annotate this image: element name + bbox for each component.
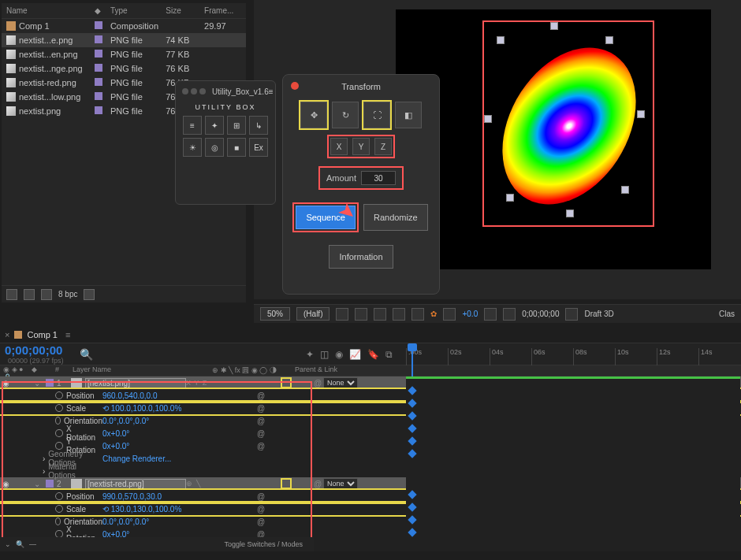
parent-col[interactable]: Parent & Link	[290, 365, 377, 376]
timeline-ruler[interactable]: :00s 02s 04s 06s 08s 10s 12s 14s	[406, 348, 740, 365]
3d-switch-icon[interactable]	[281, 377, 292, 388]
stopwatch-icon[interactable]	[55, 505, 63, 513]
interpret-icon[interactable]	[6, 289, 17, 300]
parent-dropdown[interactable]: None	[323, 377, 358, 388]
pickwhip-icon[interactable]: @	[257, 429, 265, 438]
close-tab-icon[interactable]: ×	[5, 330, 9, 339]
search-icon[interactable]: 🔍	[80, 348, 93, 361]
color-icon[interactable]: ✿	[430, 310, 437, 318]
label-color-icon[interactable]	[95, 92, 102, 100]
property-value[interactable]: 0.0°,0.0°,0.0°	[102, 517, 229, 526]
channel-icon[interactable]	[503, 308, 516, 321]
axis-z-button[interactable]: Z	[374, 138, 392, 155]
keyframe-icon[interactable]	[408, 399, 416, 407]
axis-y-button[interactable]: Y	[352, 138, 370, 155]
motion-blur-icon[interactable]: ◉	[335, 349, 343, 360]
keyframe-icon[interactable]	[408, 386, 416, 395]
pickwhip-icon[interactable]: @	[257, 505, 265, 514]
col-name[interactable]: Name	[6, 6, 95, 15]
transform-handle[interactable]	[566, 210, 574, 217]
label-color-icon[interactable]	[95, 106, 102, 114]
pickwhip-icon[interactable]: @	[257, 391, 265, 400]
parent-dropdown[interactable]: None	[323, 478, 358, 489]
shy-icon[interactable]: ✦	[306, 349, 314, 360]
keyframe-icon[interactable]	[408, 436, 416, 445]
timeline-tab-name[interactable]: Comp 1	[27, 330, 58, 339]
ub-anchor-icon[interactable]: ✦	[205, 116, 224, 135]
timeline-track-area[interactable]	[406, 376, 740, 543]
label-color-icon[interactable]	[95, 35, 102, 43]
visibility-toggle-icon[interactable]: ◉	[0, 379, 11, 388]
keyframe-icon[interactable]	[408, 528, 416, 536]
pickwhip-icon[interactable]: @	[314, 379, 323, 388]
ub-ex-icon[interactable]: Ex	[249, 138, 268, 157]
preview-timecode[interactable]: 0;00;00;00	[522, 310, 559, 318]
stopwatch-icon[interactable]	[55, 492, 63, 500]
ub-camera-icon[interactable]: ■	[227, 138, 246, 157]
label-color-icon[interactable]	[46, 480, 54, 488]
reset-exposure-icon[interactable]	[443, 308, 456, 321]
bpc-label[interactable]: 8 bpc	[58, 290, 77, 299]
utility-box-panel[interactable]: Utility_Box_v1.6 ≡ UTILITY BOX ≡ ✦ ⊞ ↳ ☀…	[175, 80, 276, 205]
current-timecode[interactable]: 0;00;00;00	[5, 343, 64, 357]
tag-icon[interactable]: 🔖	[367, 349, 379, 360]
new-comp-icon[interactable]	[41, 289, 52, 300]
work-area-bar[interactable]	[406, 376, 740, 379]
transform-handle[interactable]	[550, 22, 558, 30]
zoom-in-icon[interactable]: 🔍	[16, 540, 24, 548]
utility-box-titlebar[interactable]: Utility_Box_v1.6 ≡	[179, 84, 272, 98]
switches-col[interactable]: ⊕ ✱ ╲ fx 圓 ◉ ◯ ◑	[199, 365, 290, 376]
frame-blend-icon[interactable]: ◫	[320, 349, 329, 360]
stopwatch-icon[interactable]	[55, 429, 63, 437]
panel-menu-icon[interactable]: ≡	[269, 87, 274, 96]
ub-sun-icon[interactable]: ☀	[183, 138, 202, 157]
layername-col[interactable]: Layer Name	[73, 365, 199, 376]
col-type[interactable]: Type	[110, 6, 166, 15]
property-value[interactable]: 0x+0.0°	[102, 429, 229, 438]
transform-handle[interactable]	[484, 115, 492, 123]
keyframe-icon[interactable]	[408, 411, 416, 420]
ub-target-icon[interactable]: ◎	[205, 138, 224, 157]
pickwhip-icon[interactable]: @	[257, 517, 265, 526]
snapshot-icon[interactable]	[484, 308, 497, 321]
twirl-icon[interactable]: ›	[43, 454, 45, 463]
twirl-icon[interactable]: ⌄	[32, 379, 43, 388]
property-value[interactable]: 0x+0.0°	[102, 442, 229, 451]
transform-handle[interactable]	[497, 36, 505, 44]
property-value[interactable]: ⟲ 130.0,130.0,100.0%	[102, 505, 229, 514]
trash-icon[interactable]	[84, 289, 95, 300]
label-color-icon[interactable]	[95, 50, 102, 57]
window-traffic-lights[interactable]	[182, 88, 206, 95]
layer-switches[interactable]: ⊕ ╲	[186, 480, 277, 488]
keyframe-icon[interactable]	[408, 449, 416, 458]
rotation-mode-icon[interactable]: ↻	[332, 102, 359, 128]
snap-icon[interactable]: ⧉	[385, 349, 393, 360]
label-color-icon[interactable]	[95, 21, 102, 29]
transform-titlebar[interactable]: Transform	[288, 80, 434, 94]
draft3d-icon[interactable]	[565, 308, 578, 321]
property-value[interactable]: 0.0°,0.0°,0.0°	[102, 417, 229, 425]
transparency-icon[interactable]	[411, 308, 424, 321]
project-row[interactable]: nextist...en.pngPNG file77 KB	[2, 47, 246, 61]
label-color-icon[interactable]	[46, 379, 54, 387]
layer-name[interactable]: [nextist.png]	[85, 378, 186, 388]
col-tag[interactable]: ◆	[95, 6, 110, 15]
ub-align-icon[interactable]: ≡	[183, 116, 202, 135]
new-folder-icon[interactable]	[24, 289, 35, 300]
twirl-icon[interactable]: ⌄	[32, 480, 43, 488]
3d-switch-icon[interactable]	[281, 478, 292, 489]
keyframe-icon[interactable]	[408, 490, 416, 499]
guides-icon[interactable]	[355, 308, 367, 321]
transform-handle[interactable]	[506, 194, 514, 202]
close-icon[interactable]	[291, 82, 299, 90]
property-value[interactable]: 960.0,540.0,0.0	[102, 391, 229, 400]
zoom-dropdown[interactable]: 50%	[260, 307, 290, 321]
keyframe-icon[interactable]	[408, 424, 416, 432]
col-frame[interactable]: Frame...	[204, 6, 241, 15]
col-size[interactable]: Size	[166, 6, 204, 15]
resolution-dropdown[interactable]: (Half)	[296, 307, 330, 321]
project-row[interactable]: Comp 1Composition29.97	[2, 19, 246, 33]
information-button[interactable]: Information	[329, 245, 393, 269]
transform-panel[interactable]: Transform ✥ ↻ ⛶ ◧ X Y Z Amount Sequence …	[282, 74, 440, 295]
draft3d-label[interactable]: Draft 3D	[584, 310, 613, 318]
